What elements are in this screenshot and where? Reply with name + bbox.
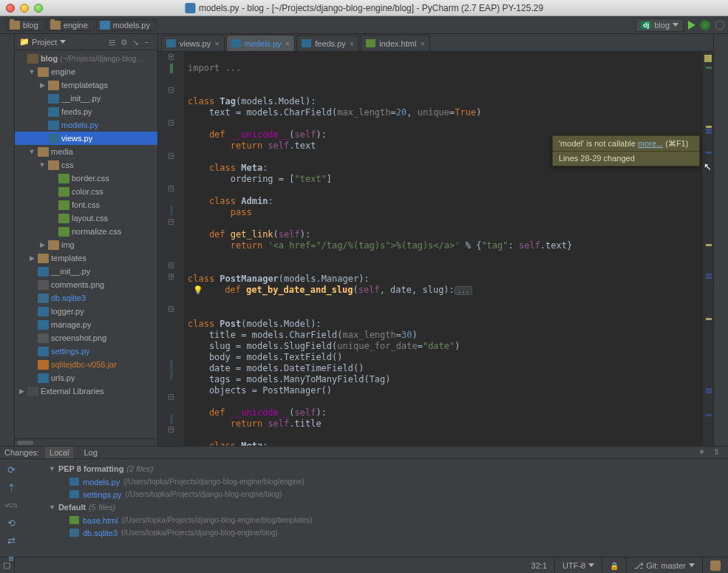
close-window-button[interactable]	[6, 4, 15, 13]
gear-icon[interactable]: ✴	[698, 447, 709, 458]
editor-error-stripe[interactable]	[703, 52, 713, 446]
tree-row[interactable]: models.py	[15, 118, 157, 132]
lock-icon	[610, 561, 619, 570]
editor-tab[interactable]: index.html×	[361, 35, 430, 51]
debug-button[interactable]	[700, 20, 710, 30]
changed-file-item[interactable]: base.html (/Users/topka/Projects/django-…	[44, 514, 728, 526]
tree-row[interactable]: ▼css	[15, 158, 157, 172]
twisty-icon[interactable]: ▶	[38, 241, 46, 248]
tree-item-label: templates	[51, 254, 86, 262]
changelist-group[interactable]: ▼ PEP 8 formatting (2 files)	[44, 462, 728, 475]
twisty-icon[interactable]: ▼	[28, 68, 35, 75]
tree-row[interactable]: normalize.css	[15, 225, 157, 238]
twisty-icon[interactable]: ▼	[28, 148, 35, 155]
tree-row[interactable]: sqlitejdbc-v056.jar	[15, 358, 157, 371]
close-tab-icon[interactable]: ×	[350, 39, 354, 48]
tree-item-label: urls.py	[51, 373, 75, 382]
editor-gutter[interactable]: + − − − − − − +	[158, 52, 185, 446]
git-branch-indicator[interactable]: Git: master	[627, 557, 703, 573]
tree-row[interactable]: views.py	[15, 132, 157, 145]
tree-row[interactable]: urls.py	[15, 371, 157, 384]
project-tree[interactable]: blog (~/Projects/django-blog…▼engine▶tem…	[15, 50, 157, 438]
changed-file-item[interactable]: settings.py (/Users/topka/Projects/djang…	[44, 488, 728, 501]
tool-window-toggle[interactable]: ▢	[0, 557, 15, 573]
tree-row[interactable]: ▶External Libraries	[15, 384, 157, 398]
twisty-icon[interactable]: ▶	[18, 387, 25, 395]
pyfile-icon	[38, 267, 49, 277]
tree-row[interactable]: feeds.py	[15, 105, 157, 118]
tree-row[interactable]: ▶img	[15, 238, 157, 251]
run-button[interactable]	[688, 21, 695, 30]
close-tab-icon[interactable]: ×	[214, 39, 219, 48]
tree-row[interactable]: screenshot.png	[15, 331, 157, 345]
fullscreen-icon[interactable]	[714, 2, 725, 13]
jar-icon	[38, 360, 49, 370]
readonly-indicator[interactable]	[602, 557, 627, 573]
cursor-position[interactable]: 32:1	[524, 557, 555, 573]
tree-row[interactable]: font.css	[15, 198, 157, 211]
maximize-window-button[interactable]	[34, 4, 43, 13]
tab-local[interactable]: Local	[45, 447, 73, 458]
tree-row[interactable]: manage.py	[15, 318, 157, 331]
editor-tab[interactable]: feeds.py×	[296, 35, 359, 51]
tree-row[interactable]: db.sqlite3	[15, 291, 157, 305]
collapse-icon[interactable]: ⊟	[109, 38, 118, 47]
changed-file-item[interactable]: db.sqlite3 (/Users/topka/Projects/django…	[44, 526, 728, 539]
tab-log[interactable]: Log	[79, 447, 101, 458]
diff-icon[interactable]: ⇄	[3, 533, 19, 548]
code-editor[interactable]: import ... class Tag(models.Model): text…	[185, 52, 703, 446]
tree-row[interactable]: comments.png	[15, 278, 157, 291]
twisty-icon[interactable]: ▶	[28, 254, 35, 262]
tree-row[interactable]: __init__.py	[15, 92, 157, 105]
changes-tool-window: Changes: Local Log ✴ ⥮ ⟳ ⇡ VCS ⟲ ⇄ ≡ » ⋮…	[0, 446, 728, 557]
breadcrumb-item[interactable]: models.py	[96, 19, 157, 31]
breadcrumb-item[interactable]: engine	[47, 19, 95, 31]
horizontal-scrollbar[interactable]	[15, 438, 157, 446]
tree-item-label: manage.py	[51, 320, 91, 329]
tree-row[interactable]: logger.py	[15, 305, 157, 318]
tree-row[interactable]: ▶templatetags	[15, 78, 157, 92]
chevron-down-icon[interactable]	[60, 40, 66, 44]
tree-row[interactable]: layout.css	[15, 211, 157, 225]
navigation-bar: blog engine models.py dj blog	[0, 16, 728, 34]
breadcrumb-item[interactable]: blog	[6, 19, 45, 31]
left-tool-window-bar[interactable]	[0, 34, 15, 446]
twisty-icon[interactable]: ▼	[38, 161, 46, 169]
tree-row[interactable]: ▶templates	[15, 251, 157, 265]
tree-row[interactable]: border.css	[15, 172, 157, 185]
htmlfile-icon	[366, 39, 375, 47]
changes-tree[interactable]: ▼ PEP 8 formatting (2 files) models.py (…	[44, 459, 728, 573]
tree-row[interactable]: ▼engine	[15, 65, 157, 78]
close-tab-icon[interactable]: ×	[420, 39, 424, 48]
more-link[interactable]: more...	[638, 139, 663, 148]
close-tab-icon[interactable]: ×	[285, 39, 290, 48]
refresh-icon[interactable]: ⟳	[3, 462, 19, 477]
window-titlebar: models.py - blog - [~/Projects/django-bl…	[0, 0, 728, 16]
search-button[interactable]	[715, 20, 725, 30]
changelist-group[interactable]: ▼ Default (5 files)	[44, 501, 728, 514]
tree-row[interactable]: color.css	[15, 185, 157, 198]
tree-row[interactable]: ▼media	[15, 145, 157, 158]
changed-file-item[interactable]: models.py (/Users/topka/Projects/django-…	[44, 475, 728, 488]
twisty-icon[interactable]: ▶	[38, 81, 46, 89]
tree-row[interactable]: settings.py	[15, 345, 157, 358]
tree-row[interactable]: __init__.py	[15, 265, 157, 278]
hide-icon[interactable]: ⥮	[713, 447, 724, 458]
tree-row[interactable]: blog (~/Projects/django-blog…	[15, 52, 157, 65]
run-configuration-dropdown[interactable]: dj blog	[636, 18, 684, 32]
img-icon	[38, 280, 49, 290]
right-tool-window-bar[interactable]	[713, 34, 728, 446]
commit-icon[interactable]: ⇡	[3, 480, 19, 495]
gear-icon[interactable]: ⚙	[120, 38, 129, 47]
editor-tab[interactable]: views.py×	[161, 35, 225, 51]
hide-icon[interactable]: −	[144, 38, 153, 47]
autoscroll-icon[interactable]: ↘	[132, 38, 141, 47]
minimize-window-button[interactable]	[20, 4, 29, 13]
encoding-indicator[interactable]: UTF-8	[555, 557, 602, 573]
inspection-indicator[interactable]	[704, 55, 712, 62]
editor-tab[interactable]: models.py×	[226, 35, 296, 51]
tree-item-label: screenshot.png	[51, 333, 106, 342]
rollback-icon[interactable]: ⟲	[3, 515, 19, 530]
folder-icon	[10, 21, 20, 30]
inspection-profile-indicator[interactable]	[703, 557, 728, 573]
